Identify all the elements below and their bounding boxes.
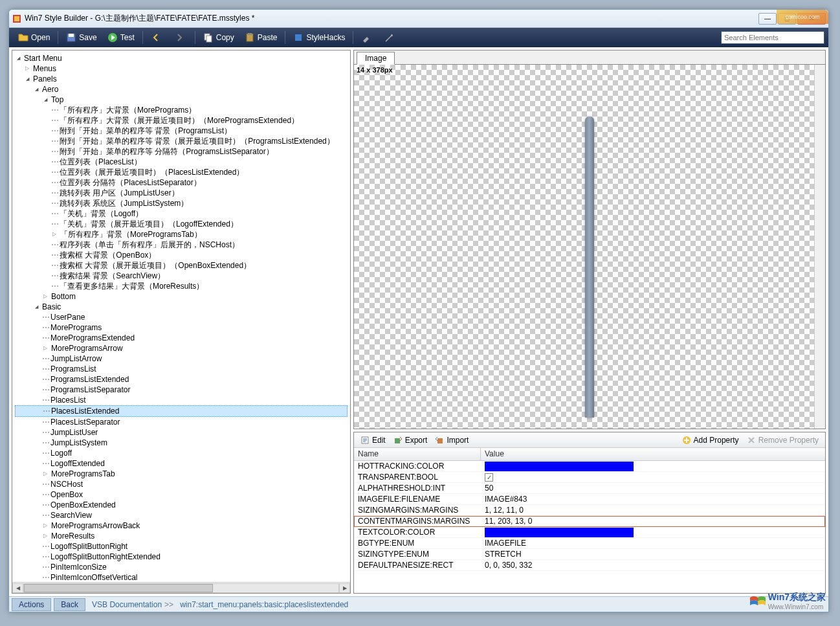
tree-item[interactable]: ⋯搜索框 大背景（OpenBox） xyxy=(15,250,348,260)
tree-item[interactable]: ⋯JumpListUser xyxy=(15,427,348,438)
history-back-button[interactable] xyxy=(146,30,169,45)
actions-button[interactable]: Actions xyxy=(12,598,51,611)
color-swatch[interactable] xyxy=(485,462,634,471)
tree-view[interactable]: Start MenuMenusPanelsAeroTop⋯「所有程序」大背景（M… xyxy=(12,50,350,582)
property-row[interactable]: TRANSPARENT:BOOL✓ xyxy=(354,472,825,483)
property-row[interactable]: SIZINGTYPE:ENUMSTRETCH xyxy=(354,549,825,560)
expand-icon[interactable] xyxy=(42,533,49,539)
checkbox[interactable]: ✓ xyxy=(485,473,493,482)
tool-a-button[interactable] xyxy=(356,30,379,45)
tree-item[interactable]: ⋯「关机」背景（Logoff） xyxy=(15,208,348,219)
tree-item[interactable]: ⋯ProgramsListSeparator xyxy=(15,385,348,395)
collapse-icon[interactable] xyxy=(15,55,21,61)
tree-item[interactable]: Menus xyxy=(15,63,348,74)
tree-item[interactable]: MoreProgramsArrow xyxy=(15,343,348,353)
tree-item[interactable]: ⋯位置列表 分隔符（PlacesListSeparator） xyxy=(15,177,348,188)
open-button[interactable]: Open xyxy=(13,30,55,45)
tree-item[interactable]: ⋯LogoffSplitButtonRightExtended xyxy=(15,552,348,562)
scroll-left-button[interactable]: ◀ xyxy=(12,583,23,593)
copy-button[interactable]: Copy xyxy=(198,30,239,45)
tree-item[interactable]: ⋯跳转列表 用户区（JumpListUser） xyxy=(15,188,348,198)
tree-item[interactable]: ⋯ProgramsListExtended xyxy=(15,374,348,385)
tree-item[interactable]: ⋯附到「开始」菜单的程序等 背景（展开最近项目时）（ProgramsListEx… xyxy=(15,136,348,146)
expand-icon[interactable] xyxy=(24,65,30,72)
tree-item[interactable]: ⋯附到「开始」菜单的程序等 背景（ProgramsList） xyxy=(15,126,348,136)
property-row[interactable]: CONTENTMARGINS:MARGINS11, 203, 13, 0 xyxy=(354,516,825,527)
tree-item[interactable]: MoreResults xyxy=(15,531,348,541)
image-preview[interactable]: 14 x 378px xyxy=(354,65,825,429)
scroll-thumb[interactable] xyxy=(24,584,213,592)
tree-item[interactable]: ⋯MoreProgramsExtended xyxy=(15,333,348,343)
tree-item[interactable]: ⋯LogoffExtended xyxy=(15,458,348,469)
tree-item[interactable]: ⋯搜索框 大背景（展开最近项目）（OpenBoxExtended） xyxy=(15,260,348,271)
tree-item[interactable]: ⋯NSCHost xyxy=(15,479,348,489)
expand-icon[interactable] xyxy=(42,345,49,352)
property-row[interactable]: ALPHATHRESHOLD:INT50 xyxy=(354,483,825,494)
property-row[interactable]: HOTTRACKING:COLOR xyxy=(354,461,825,472)
tree-item[interactable]: ⋯ProgramsList xyxy=(15,364,348,374)
search-input[interactable] xyxy=(721,31,824,44)
tree-item[interactable]: ⋯PinItemIconOffsetVertical xyxy=(15,572,348,582)
edit-button[interactable]: Edit xyxy=(357,434,390,446)
tree-item[interactable]: MoreProgramsArrowBack xyxy=(15,520,348,531)
collapse-icon[interactable] xyxy=(24,76,30,82)
properties-list[interactable]: HOTTRACKING:COLORTRANSPARENT:BOOL✓ALPHAT… xyxy=(354,461,825,593)
tree-item[interactable]: Bottom xyxy=(15,291,348,302)
tree-item[interactable]: ⋯「所有程序」大背景（MorePrograms） xyxy=(15,105,348,115)
property-row[interactable]: BGTYPE:ENUMIMAGEFILE xyxy=(354,538,825,549)
stylehacks-button[interactable]: StyleHacks xyxy=(288,30,350,45)
tree-item[interactable]: ⋯「所有程序」大背景（展开最近项目时）（MoreProgramsExtended… xyxy=(15,115,348,126)
tree-item[interactable]: Top xyxy=(15,95,348,105)
tree-item[interactable]: ⋯位置列表（PlacesList） xyxy=(15,157,348,167)
tree-horizontal-scrollbar[interactable]: ◀ ▶ xyxy=(12,582,350,593)
paste-button[interactable]: Paste xyxy=(239,30,283,45)
tree-item[interactable]: Aero xyxy=(15,84,348,95)
tree-item[interactable]: ⋯JumpListSystem xyxy=(15,438,348,448)
tree-item[interactable]: ⋯PlacesListExtended xyxy=(15,405,348,417)
column-name[interactable]: Name xyxy=(354,448,481,460)
tree-item[interactable]: Start Menu xyxy=(15,53,348,63)
property-row[interactable]: IMAGEFILE:FILENAMEIMAGE#843 xyxy=(354,494,825,505)
tree-item[interactable]: ⋯位置列表（展开最近项目时）（PlacesListExtended） xyxy=(15,167,348,177)
tree-item[interactable]: ⋯SearchView xyxy=(15,510,348,520)
tree-item[interactable]: ⋯OpenBox xyxy=(15,489,348,500)
tree-item[interactable]: ⋯MorePrograms xyxy=(15,322,348,333)
export-button[interactable]: Export xyxy=(390,434,432,446)
tree-item[interactable]: Basic xyxy=(15,302,348,312)
tree-item[interactable]: ⋯OpenBoxExtended xyxy=(15,500,348,510)
breadcrumb-path[interactable]: win7:start_menu:panels:basic:placesliste… xyxy=(180,600,348,609)
tree-item[interactable]: ⋯程序列表（单击「所有程序」后展开的，NSCHost） xyxy=(15,240,348,250)
tree-item[interactable]: ⋯「关机」背景（展开最近项目）（LogoffExtended） xyxy=(15,219,348,229)
expand-icon[interactable] xyxy=(42,522,49,529)
history-forward-button[interactable] xyxy=(169,30,192,45)
titlebar[interactable]: Win7 Style Builder - G:\主题制作\主题\FATE\FAT… xyxy=(9,10,828,28)
color-swatch[interactable] xyxy=(485,528,634,537)
tree-item[interactable]: ⋯PlacesList xyxy=(15,395,348,405)
tree-item[interactable]: ⋯Logoff xyxy=(15,448,348,458)
tree-item[interactable]: ⋯附到「开始」菜单的程序等 分隔符（ProgramsListSeparator） xyxy=(15,146,348,157)
back-button[interactable]: Back xyxy=(54,598,85,611)
column-value[interactable]: Value xyxy=(481,448,825,460)
expand-icon[interactable] xyxy=(51,231,58,238)
image-tab[interactable]: Image xyxy=(357,52,395,65)
property-row[interactable]: SIZINGMARGINS:MARGINS1, 12, 11, 0 xyxy=(354,505,825,516)
tree-item[interactable]: ⋯UserPane xyxy=(15,312,348,322)
scroll-right-button[interactable]: ▶ xyxy=(339,583,350,593)
collapse-icon[interactable] xyxy=(33,304,39,310)
tool-b-button[interactable] xyxy=(379,30,403,45)
tree-item[interactable]: ⋯LogoffSplitButtonRight xyxy=(15,541,348,552)
expand-icon[interactable] xyxy=(42,471,49,477)
tree-item[interactable]: MoreProgramsTab xyxy=(15,469,348,479)
add-property-button[interactable]: Add Property xyxy=(678,434,743,446)
import-button[interactable]: Import xyxy=(431,434,472,446)
collapse-icon[interactable] xyxy=(33,86,39,93)
preview-vertical-scrollbar[interactable] xyxy=(814,65,825,429)
property-row[interactable]: DEFAULTPANESIZE:RECT0, 0, 350, 332 xyxy=(354,560,825,571)
save-button[interactable]: Save xyxy=(61,30,102,45)
test-button[interactable]: Test xyxy=(102,30,140,45)
tree-item[interactable]: ⋯JumpListArrow xyxy=(15,353,348,364)
tree-item[interactable]: ⋯PinItemIconSize xyxy=(15,562,348,572)
property-row[interactable]: TEXTCOLOR:COLOR xyxy=(354,527,825,538)
tree-item[interactable]: ⋯PlacesListSeparator xyxy=(15,417,348,427)
expand-icon[interactable] xyxy=(42,293,49,300)
